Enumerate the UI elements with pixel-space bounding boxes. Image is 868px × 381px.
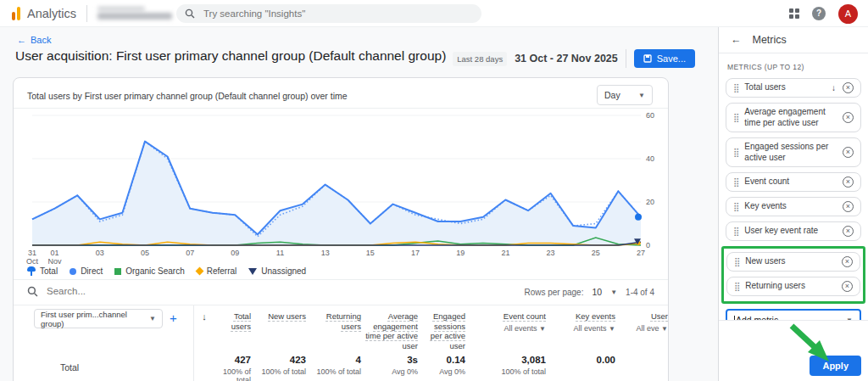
global-search[interactable] (176, 4, 481, 23)
y-tick-label: 0 (646, 241, 665, 249)
avatar[interactable]: A (838, 4, 858, 24)
divider (86, 5, 87, 22)
y-tick-label: 60 (646, 111, 665, 120)
table-search-input[interactable] (45, 285, 214, 297)
chevron-down-icon[interactable]: ▼ (610, 289, 617, 296)
remove-metric-icon[interactable]: × (843, 201, 854, 212)
chart-title: Total users by First user primary channe… (27, 91, 348, 101)
product-name: Analytics (27, 7, 76, 20)
x-tick-label: 25 (585, 249, 607, 257)
remove-metric-icon[interactable]: × (843, 147, 854, 158)
metric-chip[interactable]: ⣿Key events× (726, 197, 861, 216)
back-button[interactable]: ← Back (17, 35, 51, 45)
metric-chip[interactable]: ⣿Total users↓× (726, 78, 861, 98)
x-tick-label: 11 (270, 249, 292, 257)
save-button[interactable]: Save... (634, 49, 695, 68)
column-header[interactable]: Key eventsAll events ▼ (550, 305, 620, 350)
panel-footer: Apply (719, 320, 868, 381)
sort-descending-icon[interactable]: ↓ (832, 83, 836, 92)
total-value-cell: 4100% of total (310, 355, 365, 381)
x-tick-label: 15 (359, 249, 381, 257)
x-axis: 31Oct01Nov03050709111315171921232527 (32, 249, 641, 267)
help-icon[interactable]: ? (812, 7, 826, 20)
column-header[interactable]: Average engagement time per active user (365, 305, 422, 350)
x-tick-label: 09 (224, 249, 246, 257)
column-header[interactable]: Event countAll events ▼ (470, 305, 550, 350)
add-dimension-button[interactable]: + (170, 311, 177, 325)
x-tick-label: 05 (134, 249, 156, 257)
report-card: Total users by First user primary channe… (13, 77, 669, 381)
divider (626, 49, 626, 68)
metric-chip[interactable]: ⣿New users× (726, 252, 860, 272)
metric-chip[interactable]: ⣿Average engagement time per active user… (726, 103, 861, 132)
drag-handle-icon[interactable]: ⣿ (733, 227, 739, 236)
column-header[interactable]: Returning users (310, 305, 365, 350)
x-tick-label: 31Oct (21, 249, 43, 266)
back-arrow-icon: ← (17, 35, 26, 45)
metric-chip[interactable]: ⣿Event count× (726, 172, 861, 192)
remove-metric-icon[interactable]: × (842, 281, 853, 292)
legend-square-icon (114, 268, 121, 275)
chart-legend: TotalDirectOrganic SearchReferralUnassig… (27, 266, 306, 276)
legend-circle-icon (70, 268, 76, 275)
table-search[interactable] (27, 285, 214, 297)
panel-title: Metrics (753, 34, 787, 46)
app-bar: Analytics ? A (0, 0, 868, 27)
metric-chip[interactable]: ⣿User key event rate× (726, 221, 861, 241)
drag-handle-icon[interactable]: ⣿ (733, 148, 739, 157)
page-title: User acquisition: First user primary cha… (15, 48, 446, 64)
total-value-cell: 0.00 (550, 355, 620, 381)
panel-back-arrow-icon[interactable]: ← (731, 34, 742, 46)
legend-item: Direct (70, 266, 103, 276)
column-header[interactable]: UserAll eve ▼ (620, 305, 669, 350)
column-header[interactable]: New users (255, 305, 310, 350)
x-tick-label: 03 (89, 249, 111, 257)
x-tick-label: 17 (404, 249, 426, 257)
remove-metric-icon[interactable]: × (843, 226, 854, 237)
total-value-cell: 423100% of total (255, 355, 310, 381)
pagination-status: 1-4 of 4 (626, 288, 654, 297)
apply-button[interactable]: Apply (810, 356, 861, 376)
column-filter-select[interactable]: All events ▼ (550, 324, 615, 334)
time-series-chart (32, 115, 641, 245)
save-icon (643, 54, 652, 63)
drag-handle-icon[interactable]: ⣿ (733, 83, 739, 92)
chevron-down-icon: ▼ (638, 92, 645, 99)
chevron-down-icon: ▼ (149, 315, 156, 322)
column-filter-select[interactable]: All eve ▼ (620, 324, 668, 334)
drag-handle-icon[interactable]: ⣿ (733, 177, 739, 187)
apps-grid-icon[interactable] (789, 8, 799, 19)
remove-metric-icon[interactable]: × (843, 82, 854, 93)
date-range-picker[interactable]: 31 Oct - 27 Nov 2025 (515, 53, 618, 64)
global-search-input[interactable] (202, 8, 473, 20)
x-tick-label: 01Nov (44, 249, 66, 266)
search-icon (185, 8, 195, 19)
metric-chip[interactable]: ⣿Engaged sessions per active user× (726, 137, 861, 167)
x-tick-label: 23 (540, 249, 562, 257)
drag-handle-icon[interactable]: ⣿ (733, 113, 739, 122)
column-header[interactable]: Engaged sessions per active user (422, 305, 470, 350)
rows-per-page-select[interactable]: 10 (592, 287, 602, 297)
dimension-select[interactable]: First user prim...channel group) ▼ (34, 309, 163, 328)
table-total-row: Total 427100% of total423100% of total41… (14, 355, 668, 381)
annotation-highlight-box: ⣿New users×⣿Returning users× (721, 246, 865, 304)
total-row-label: Total (14, 355, 193, 381)
x-tick-label: 13 (314, 249, 337, 257)
analytics-logo-icon (12, 7, 20, 20)
legend-diamond-icon (195, 267, 203, 276)
total-value-cell: 3sAvg 0% (365, 355, 422, 381)
account-selector-blurred[interactable] (97, 7, 172, 20)
metric-chip[interactable]: ⣿Returning users× (726, 277, 860, 296)
total-value-cell: 3,081100% of total (470, 355, 550, 381)
drag-handle-icon[interactable]: ⣿ (733, 202, 739, 211)
sort-direction-icon[interactable]: ↓ (193, 305, 215, 350)
metrics-panel: ← Metrics METRICS (UP TO 12) ⣿Total user… (718, 27, 868, 381)
drag-handle-icon[interactable]: ⣿ (734, 257, 740, 266)
granularity-select[interactable]: Day ▼ (597, 85, 653, 105)
drag-handle-icon[interactable]: ⣿ (734, 282, 740, 291)
column-filter-select[interactable]: All events ▼ (470, 324, 546, 334)
remove-metric-icon[interactable]: × (843, 176, 854, 188)
remove-metric-icon[interactable]: × (842, 256, 853, 267)
column-header[interactable]: Total users (215, 305, 255, 350)
remove-metric-icon[interactable]: × (843, 112, 854, 123)
